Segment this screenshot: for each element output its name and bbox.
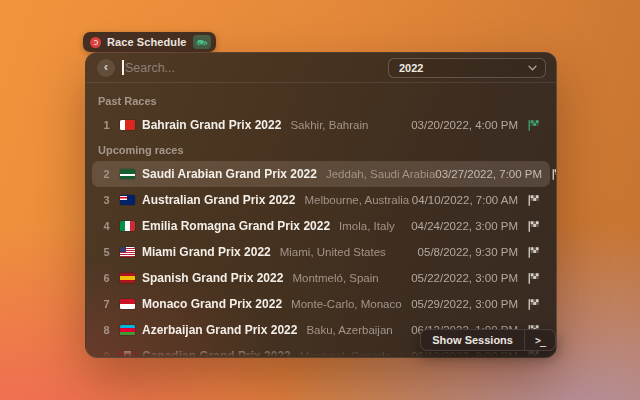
- checkered-flag-icon: [527, 194, 540, 207]
- flag-spain-icon: [120, 273, 135, 283]
- year-dropdown-value: 2022: [399, 62, 528, 74]
- search-input[interactable]: [122, 61, 388, 75]
- race-row[interactable]: 6Spanish Grand Prix 2022Montmeló, Spain0…: [92, 265, 550, 291]
- race-row[interactable]: 3Australian Grand Prix 2022Melbourne, Au…: [92, 187, 550, 213]
- race-datetime: 05/22/2022, 3:00 PM: [411, 272, 518, 284]
- desktop-background: Race Schedule ‹ 2022 Past Races1Ba: [0, 0, 640, 400]
- text-caret: [122, 60, 124, 75]
- race-title: Emilia Romagna Grand Prix 2022: [142, 219, 330, 233]
- race-location: Imola, Italy: [339, 220, 395, 232]
- flag-saudi-arabia-icon: [120, 169, 135, 179]
- race-title: Azerbaijan Grand Prix 2022: [142, 323, 297, 337]
- flag-azerbaijan-icon: [120, 325, 135, 335]
- back-button[interactable]: ‹: [97, 59, 115, 77]
- race-location: Montreal, Canada: [300, 350, 391, 357]
- race-row[interactable]: 2Saudi Arabian Grand Prix 2022Jeddah, Sa…: [92, 161, 550, 187]
- race-row[interactable]: 4Emilia Romagna Grand Prix 2022Imola, It…: [92, 213, 550, 239]
- race-datetime: 05/29/2022, 3:00 PM: [411, 298, 518, 310]
- race-datetime: 04/10/2022, 7:00 AM: [412, 194, 518, 206]
- race-index: 1: [100, 119, 113, 131]
- car-icon: [193, 35, 211, 49]
- race-location: Monte-Carlo, Monaco: [291, 298, 402, 310]
- race-index: 2: [100, 168, 113, 180]
- chevron-down-icon: [528, 62, 537, 73]
- race-datetime: 03/27/2022, 7:00 PM: [435, 168, 542, 180]
- race-location: Sakhir, Bahrain: [290, 119, 368, 131]
- year-dropdown[interactable]: 2022: [388, 58, 546, 78]
- race-row[interactable]: 7Monaco Grand Prix 2022Monte-Carlo, Mona…: [92, 291, 550, 317]
- race-index: 6: [100, 272, 113, 284]
- race-datetime: 06/19/2022, 8:00 PM: [411, 350, 518, 357]
- checkered-flag-icon: [551, 168, 556, 181]
- flag-monaco-icon: [120, 299, 135, 309]
- race-index: 5: [100, 246, 113, 258]
- race-index: 4: [100, 220, 113, 232]
- extension-chip[interactable]: Race Schedule: [83, 32, 216, 52]
- checkered-flag-icon: [527, 119, 540, 132]
- checkered-flag-icon: [527, 220, 540, 233]
- race-location: Jeddah, Saudi Arabia: [326, 168, 435, 180]
- checkered-flag-icon: [527, 298, 540, 311]
- checkered-flag-icon: [527, 246, 540, 259]
- race-index: 8: [100, 324, 113, 336]
- race-datetime: 04/24/2022, 3:00 PM: [411, 220, 518, 232]
- race-datetime: 05/8/2022, 9:30 PM: [418, 246, 518, 258]
- race-title: Canadian Grand Prix 2022: [142, 349, 291, 357]
- race-title: Monaco Grand Prix 2022: [142, 297, 282, 311]
- flag-canada-icon: [120, 351, 135, 357]
- show-sessions-button[interactable]: Show Sessions: [421, 334, 524, 346]
- flag-italy-icon: [120, 221, 135, 231]
- race-list: Past Races1Bahrain Grand Prix 2022Sakhir…: [86, 83, 556, 357]
- race-title: Miami Grand Prix 2022: [142, 245, 271, 259]
- extension-icon: [90, 37, 101, 48]
- race-index: 7: [100, 298, 113, 310]
- flag-usa-icon: [120, 247, 135, 257]
- race-datetime: 03/20/2022, 4:00 PM: [411, 119, 518, 131]
- race-title: Spanish Grand Prix 2022: [142, 271, 283, 285]
- race-row[interactable]: 1Bahrain Grand Prix 2022Sakhir, Bahrain0…: [92, 112, 550, 138]
- search-bar: ‹ 2022: [86, 53, 556, 83]
- action-hud: Show Sessions >_: [420, 329, 556, 351]
- race-index: 3: [100, 194, 113, 206]
- race-location: Melbourne, Australia: [304, 194, 409, 206]
- race-title: Saudi Arabian Grand Prix 2022: [142, 167, 317, 181]
- race-location: Montmeló, Spain: [292, 272, 378, 284]
- race-index: 9: [100, 350, 113, 357]
- race-location: Baku, Azerbaijan: [306, 324, 392, 336]
- checkered-flag-icon: [527, 272, 540, 285]
- extension-chip-label: Race Schedule: [107, 36, 187, 48]
- section-header: Past Races: [92, 89, 550, 112]
- race-title: Australian Grand Prix 2022: [142, 193, 295, 207]
- flag-australia-icon: [120, 195, 135, 205]
- race-schedule-window: ‹ 2022 Past Races1Bahrain Grand Prix 202…: [85, 52, 557, 358]
- flag-bahrain-icon: [120, 120, 135, 130]
- section-header: Upcoming races: [92, 138, 550, 161]
- race-row[interactable]: 5Miami Grand Prix 2022Miami, United Stat…: [92, 239, 550, 265]
- terminal-icon[interactable]: >_: [525, 335, 555, 346]
- race-location: Miami, United States: [280, 246, 386, 258]
- race-title: Bahrain Grand Prix 2022: [142, 118, 281, 132]
